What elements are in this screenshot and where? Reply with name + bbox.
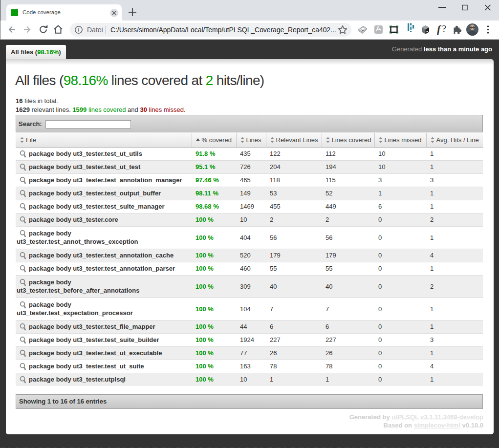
svg-text:?: ? <box>442 23 446 34</box>
svg-text:f: f <box>437 23 442 35</box>
